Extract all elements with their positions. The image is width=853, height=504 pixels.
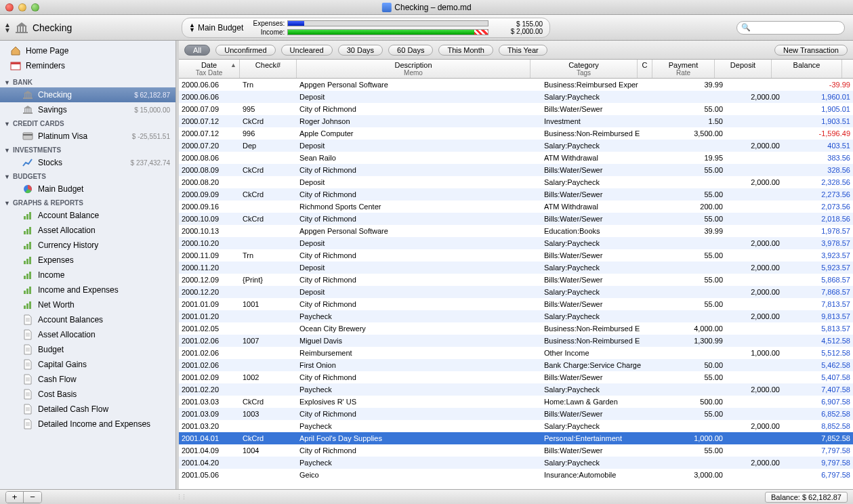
transaction-row[interactable]: 2000.09.16Richmond Sports CenterATM With… (179, 201, 853, 213)
transaction-row[interactable]: 2000.10.20DepositSalary:Paycheck2,000.00… (179, 237, 853, 249)
budget-box[interactable]: ▲▼ Main Budget Expenses: Income: $ 155.0… (182, 18, 550, 38)
sidebar-item[interactable]: Account Balance (0, 208, 175, 223)
transaction-row[interactable]: 2001.02.091002City of RichmondBills:Wate… (179, 371, 853, 383)
transaction-row[interactable]: 2001.04.01CkCrdApril Fool's Day Supplies… (179, 432, 853, 444)
filter-pill[interactable]: 30 Days (338, 45, 383, 56)
transaction-row[interactable]: 2000.06.06DepositSalary:Paycheck2,000.00… (179, 91, 853, 103)
sidebar-item[interactable]: Asset Allocation (0, 223, 175, 238)
column-date[interactable]: Date ▲ Tax Date (179, 60, 240, 78)
sidebar-item[interactable]: Detailed Income and Expenses (0, 417, 175, 432)
account-selector[interactable]: ▲▼ Checking (0, 22, 176, 34)
sidebar-item[interactable]: Savings$ 15,000.00 (0, 102, 175, 117)
cell-payment: 3,500.00 (663, 129, 726, 138)
window-title-text: Checking – demo.md (394, 3, 471, 12)
sidebar-item[interactable]: Asset Allocation (0, 327, 175, 342)
sidebar-item[interactable]: Stocks$ 237,432.74 (0, 155, 175, 170)
transaction-row[interactable]: 2001.04.20PaycheckSalary:Paycheck2,000.0… (179, 457, 853, 469)
sidebar-reminders[interactable]: Reminders (0, 58, 175, 73)
sidebar-item[interactable]: Cash Flow (0, 372, 175, 387)
transaction-row[interactable]: 2000.08.06Sean RailoATM Withdrawal19.953… (179, 152, 853, 164)
sidebar-item[interactable]: Net Worth (0, 297, 175, 312)
cell-description: Reimbursement (297, 349, 541, 357)
sidebar-item[interactable]: Detailed Cash Flow (0, 402, 175, 417)
transaction-row[interactable]: 2001.02.06First OnionBank Charge:Service… (179, 359, 853, 371)
column-description[interactable]: DescriptionMemo (297, 60, 530, 78)
transaction-row[interactable]: 2001.02.061007Miguel DavisBusiness:Non-R… (179, 335, 853, 347)
transaction-row[interactable]: 2000.07.12CkCrdRoger JohnsonInvestment1.… (179, 115, 853, 127)
transaction-row[interactable]: 2001.03.03CkCrdExplosives R' USHome:Lawn… (179, 396, 853, 408)
transaction-row[interactable]: 2001.05.06GeicoInsurance:Automobile3,000… (179, 469, 853, 481)
column-check[interactable]: Check# (240, 60, 297, 78)
cell-description: City of Richmond (297, 215, 541, 223)
transaction-table[interactable]: 2000.06.06TrnAppgen Personal SoftwareBus… (179, 79, 853, 489)
column-cleared[interactable]: C (638, 60, 652, 78)
filter-pill[interactable]: Unconfirmed (215, 45, 275, 56)
svg-rect-2 (22, 26, 24, 32)
transaction-row[interactable]: 2001.01.20PaycheckSalary:Paycheck2,000.0… (179, 310, 853, 322)
search-input[interactable] (753, 24, 847, 32)
sidebar-section-header[interactable]: ▼INVESTMENTS (0, 144, 175, 155)
filter-pill[interactable]: This Year (499, 45, 547, 56)
sidebar-item[interactable]: Platinum Visa$ -25,551.51 (0, 129, 175, 144)
search-field[interactable]: 🔍 (736, 21, 845, 35)
sidebar-item[interactable]: Income (0, 268, 175, 282)
remove-button[interactable]: − (24, 492, 41, 503)
filter-pill[interactable]: All (184, 45, 210, 56)
transaction-row[interactable]: 2001.02.05Ocean City BreweryBusiness:Non… (179, 322, 853, 335)
minimize-window-button[interactable] (18, 3, 26, 12)
transaction-row[interactable]: 2000.07.12996Apple ComputerBusiness:Non-… (179, 127, 853, 140)
transaction-row[interactable]: 2000.07.20DepDepositSalary:Paycheck2,000… (179, 140, 853, 152)
sidebar-item[interactable]: Checking$ 62,182.87 (0, 87, 175, 102)
cell-payment: 55.00 (663, 190, 726, 198)
transaction-row[interactable]: 2001.02.06ReimbursementOther Income1,000… (179, 347, 853, 359)
filter-pill[interactable]: This Month (438, 45, 493, 56)
transaction-row[interactable]: 2000.11.09TrnCity of RichmondBills:Water… (179, 249, 853, 261)
sidebar-item[interactable]: Account Balances (0, 312, 175, 327)
transaction-row[interactable]: 2000.09.09CkCrdCity of RichmondBills:Wat… (179, 188, 853, 201)
splitter-grip-icon[interactable]: ⋮⋮ (176, 494, 186, 501)
column-category[interactable]: CategoryTags (530, 60, 638, 78)
column-payment[interactable]: PaymentRate (652, 60, 715, 78)
transaction-row[interactable]: 2000.11.20DepositSalary:Paycheck2,000.00… (179, 261, 853, 274)
transaction-row[interactable]: 2000.08.20DepositSalary:Paycheck2,000.00… (179, 176, 853, 188)
transaction-row[interactable]: 2001.03.091003City of RichmondBills:Wate… (179, 408, 853, 420)
sidebar-section-header[interactable]: ▼BANK (0, 76, 175, 87)
sidebar-item[interactable]: Capital Gains (0, 357, 175, 372)
sidebar-home[interactable]: Home Page (0, 43, 175, 58)
sidebar-section-header[interactable]: ▼BUDGETS (0, 170, 175, 182)
column-balance[interactable]: Balance (772, 60, 842, 78)
transaction-row[interactable]: 2000.10.09CkCrdCity of RichmondBills:Wat… (179, 213, 853, 225)
transaction-row[interactable]: 2001.04.091004City of RichmondBills:Wate… (179, 444, 853, 457)
doc-icon (22, 314, 34, 325)
sidebar-item[interactable]: Main Budget (0, 182, 175, 196)
sidebar-section-header[interactable]: ▼CREDIT CARDS (0, 117, 175, 129)
sidebar-item[interactable]: Income and Expenses (0, 282, 175, 297)
column-deposit[interactable]: Deposit (715, 60, 772, 78)
cell-category: ATM Withdrawal (541, 154, 648, 162)
transaction-row[interactable]: 2001.01.091001City of RichmondBills:Wate… (179, 298, 853, 310)
filter-pill[interactable]: Uncleared (281, 45, 333, 56)
new-transaction-button[interactable]: New Transaction (774, 45, 848, 56)
transaction-row[interactable]: 2000.10.13Appgen Personal SoftwareEducat… (179, 225, 853, 237)
transaction-row[interactable]: 2001.03.20PaycheckSalary:Paycheck2,000.0… (179, 420, 853, 432)
cell-deposit: 2,000.00 (726, 422, 783, 430)
sidebar-item[interactable]: Cost Basis (0, 387, 175, 402)
zoom-window-button[interactable] (31, 3, 39, 12)
cell-payment: 1,300.99 (663, 337, 726, 345)
sidebar-item[interactable]: Budget (0, 342, 175, 357)
sidebar-section-header[interactable]: ▼GRAPHS & REPORTS (0, 196, 175, 208)
transaction-row[interactable]: 2000.07.09995City of RichmondBills:Water… (179, 103, 853, 115)
budget-area: ▲▼ Main Budget Expenses: Income: $ 155.0… (176, 18, 556, 38)
sidebar-item[interactable]: Currency History (0, 238, 175, 253)
transaction-row[interactable]: 2001.02.20PaycheckSalary:Paycheck2,000.0… (179, 383, 853, 396)
cell-balance: 5,813.57 (783, 324, 853, 333)
close-window-button[interactable] (5, 3, 14, 12)
sidebar-item[interactable]: Expenses (0, 253, 175, 268)
filter-pill[interactable]: 60 Days (388, 45, 433, 56)
svg-rect-38 (24, 306, 26, 309)
transaction-row[interactable]: 2000.06.06TrnAppgen Personal SoftwareBus… (179, 79, 853, 91)
transaction-row[interactable]: 2000.12.09{Print}City of RichmondBills:W… (179, 274, 853, 286)
transaction-row[interactable]: 2000.12.20DepositSalary:Paycheck2,000.00… (179, 286, 853, 298)
add-button[interactable]: + (6, 492, 24, 503)
transaction-row[interactable]: 2000.08.09CkCrdCity of RichmondBills:Wat… (179, 164, 853, 176)
